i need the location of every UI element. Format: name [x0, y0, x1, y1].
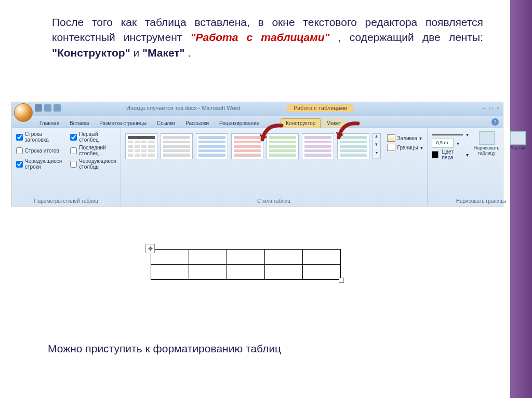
shading-button[interactable]: Заливка ▾	[387, 133, 423, 143]
chk-header-row[interactable]: Строка заголовка	[16, 131, 62, 143]
word-ribbon-screenshot: Иногда случается так.docx - Microsoft Wo…	[11, 102, 503, 207]
intro-text-2: , содержащий две ленты:	[338, 31, 483, 43]
intro-text-3: и	[133, 47, 142, 59]
tab-review[interactable]: Рецензирование	[215, 119, 264, 128]
intro-bold-konstruktor: "Конструктор"	[52, 47, 130, 59]
style-thumb-5[interactable]	[267, 133, 299, 159]
slide: После того как таблица вставлена, в окне…	[0, 0, 532, 398]
group-label-style-options: Параметры стилей таблиц	[16, 198, 116, 205]
intro-text-4: .	[188, 47, 191, 59]
styles-gallery: ▲▼▾ Заливка ▾ Границы ▾	[125, 131, 423, 198]
chk-total-row[interactable]: Строка итогов	[16, 145, 62, 156]
intro-paragraph: После того как таблица вставлена, в окне…	[52, 15, 483, 60]
table-row	[151, 250, 341, 265]
intro-bold-maket: "Макет"	[142, 47, 185, 59]
style-thumb-4[interactable]	[231, 133, 263, 159]
eraser-button[interactable]: Ластик	[505, 131, 531, 161]
eraser-icon	[510, 131, 526, 145]
group-style-options: Строка заголовка Первый столбец Строка и…	[12, 128, 121, 206]
minimize-icon[interactable]: –	[483, 105, 486, 111]
pen-color-icon	[432, 151, 439, 158]
chk-first-col[interactable]: Первый столбец	[70, 131, 116, 143]
document-title: Иногда случается так.docx - Microsoft Wo…	[126, 105, 240, 111]
tab-insert[interactable]: Вставка	[65, 119, 94, 128]
help-icon[interactable]: ?	[491, 118, 499, 126]
chk-banded-cols[interactable]: Чередующиеся столбцы	[70, 158, 116, 170]
pen-color-selector[interactable]: Цвет пера ▾	[432, 148, 469, 161]
chk-total-row-label: Строка итогов	[25, 148, 59, 154]
pen-weight-value: 0,5 пт	[432, 139, 454, 148]
group-label-styles: Стили таблиц	[125, 198, 423, 205]
ribbon-body: Строка заголовка Первый столбец Строка и…	[12, 128, 503, 206]
borders-button[interactable]: Границы ▾	[387, 143, 423, 152]
chk-header-row-label: Строка заголовка	[25, 131, 62, 143]
style-thumb-7[interactable]	[337, 133, 369, 159]
paint-bucket-icon	[387, 134, 395, 142]
chk-banded-cols-label: Чередующиеся столбцы	[79, 158, 116, 170]
style-thumb-1[interactable]	[125, 133, 157, 159]
title-bar: Иногда случается так.docx - Microsoft Wo…	[12, 102, 503, 116]
pen-style-selector[interactable]: ▾	[432, 131, 469, 138]
tab-mailings[interactable]: Рассылки	[181, 119, 214, 128]
context-tab-title: Работа с таблицами	[287, 104, 353, 112]
pen-color-label: Цвет пера	[442, 149, 462, 160]
tab-home[interactable]: Главная	[35, 119, 64, 128]
table-row	[151, 265, 341, 280]
chk-last-col[interactable]: Последний столбец	[70, 145, 116, 156]
draw-table-label: Нарисовать таблицу	[474, 145, 499, 156]
style-thumb-2[interactable]	[161, 133, 193, 159]
borders-icon	[387, 144, 395, 151]
maximize-icon[interactable]: □	[489, 105, 493, 111]
group-table-styles: ▲▼▾ Заливка ▾ Границы ▾ Стили таблиц	[121, 128, 428, 206]
intro-highlight-rabota: "Работа с таблицами"	[191, 31, 330, 43]
group-draw-borders: ▾ 0,5 пт ▾ Цвет пера ▾ Нарисовать таблиц…	[428, 128, 532, 206]
chk-last-col-label: Последний столбец	[79, 145, 116, 156]
save-icon[interactable]	[35, 104, 42, 112]
eraser-label: Ластик	[510, 145, 525, 150]
undo-icon[interactable]	[44, 104, 51, 112]
redo-icon[interactable]	[54, 104, 61, 112]
chk-banded-rows-label: Чередующиеся строки	[25, 158, 62, 170]
group-label-draw: Нарисовать границы	[432, 198, 531, 205]
ribbon-tabs: Главная Вставка Разметка страницы Ссылки…	[12, 116, 503, 128]
pencil-table-icon	[479, 131, 495, 145]
sample-table[interactable]	[151, 249, 341, 280]
bottom-caption: Можно приступить к форматированию таблиц	[48, 342, 281, 355]
gallery-more-button[interactable]: ▲▼▾	[373, 133, 381, 159]
window-controls: – □ ×	[483, 105, 500, 111]
table-resize-handle-icon[interactable]	[339, 278, 344, 283]
sample-table-container: ✥	[151, 249, 341, 280]
quick-access-toolbar	[35, 104, 61, 112]
tab-layout[interactable]: Макет	[322, 119, 345, 128]
tab-page-layout[interactable]: Разметка страницы	[95, 119, 151, 128]
office-button[interactable]	[14, 103, 33, 122]
chk-banded-rows[interactable]: Чередующиеся строки	[16, 158, 62, 170]
pen-weight-selector[interactable]: 0,5 пт ▾	[432, 138, 469, 148]
line-style-icon	[432, 134, 463, 135]
tab-references[interactable]: Ссылки	[152, 119, 180, 128]
table-move-handle-icon[interactable]: ✥	[145, 244, 155, 253]
close-icon[interactable]: ×	[497, 105, 500, 111]
shading-label: Заливка	[397, 135, 418, 141]
style-thumb-3[interactable]	[196, 133, 228, 159]
draw-table-button[interactable]: Нарисовать таблицу	[474, 131, 500, 161]
style-thumb-6[interactable]	[302, 133, 334, 159]
chk-first-col-label: Первый столбец	[79, 131, 116, 143]
tab-design[interactable]: Конструктор	[281, 118, 321, 128]
borders-label: Границы	[397, 145, 418, 150]
